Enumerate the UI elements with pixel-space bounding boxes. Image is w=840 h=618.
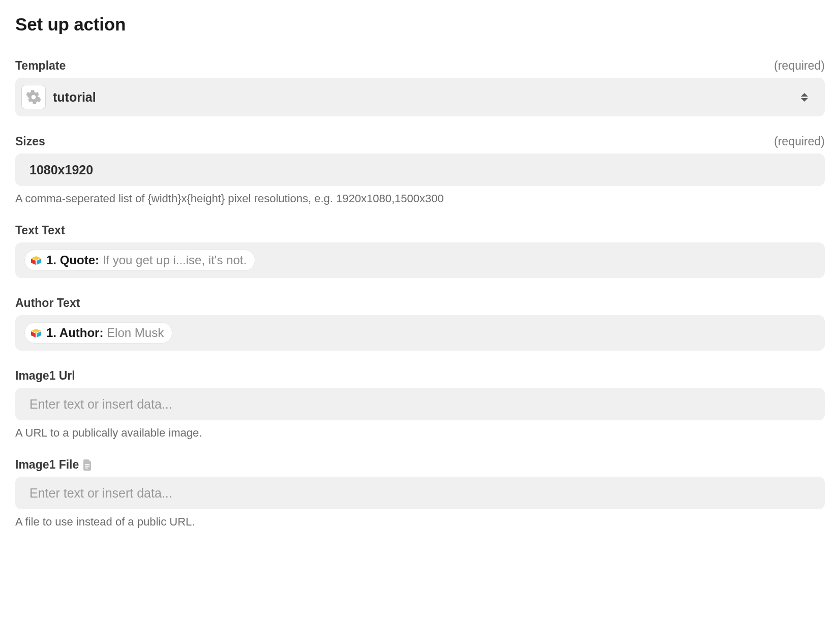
- pill-value: If you get up i...ise, it's not.: [103, 253, 247, 267]
- image1-url-label: Image1 Url: [15, 369, 75, 383]
- field-header: Author Text: [15, 296, 825, 310]
- image1-url-input[interactable]: Enter text or insert data...: [15, 388, 825, 420]
- field-image1-file: Image1 File Enter text or insert data...…: [15, 458, 825, 529]
- template-select[interactable]: tutorial: [15, 78, 825, 116]
- field-header: Text Text: [15, 224, 825, 237]
- airtable-icon: [30, 327, 42, 339]
- author-text-pill[interactable]: 1. Author: Elon Musk: [24, 322, 172, 344]
- author-text-label: Author Text: [15, 296, 80, 310]
- template-label: Template: [15, 59, 66, 73]
- text-text-input[interactable]: 1. Quote: If you get up i...ise, it's no…: [15, 242, 825, 278]
- airtable-icon: [30, 254, 42, 266]
- image1-file-input[interactable]: Enter text or insert data...: [15, 477, 825, 509]
- field-image1-url: Image1 Url Enter text or insert data... …: [15, 369, 825, 440]
- svg-rect-7: [85, 466, 89, 467]
- pill-label: 1. Quote:: [46, 253, 99, 267]
- text-text-label: Text Text: [15, 224, 65, 237]
- pill-value: Elon Musk: [107, 326, 164, 339]
- image1-file-label: Image1 File: [15, 458, 92, 472]
- image1-url-placeholder: Enter text or insert data...: [24, 397, 172, 412]
- field-sizes: Sizes (required) 1080x1920 A comma-seper…: [15, 135, 825, 205]
- required-tag: (required): [774, 59, 825, 73]
- svg-rect-8: [85, 468, 88, 469]
- gear-icon: [26, 89, 41, 105]
- field-text-text: Text Text 1. Quote: If you get up i...is…: [15, 224, 825, 278]
- template-app-icon: [21, 85, 46, 109]
- sizes-help: A comma-seperated list of {width}x{heigh…: [15, 192, 825, 205]
- image1-file-placeholder: Enter text or insert data...: [24, 486, 172, 501]
- image1-file-label-text: Image1 File: [15, 458, 79, 472]
- field-author-text: Author Text 1. Author: Elon Musk: [15, 296, 825, 351]
- image1-file-help: A file to use instead of a public URL.: [15, 515, 825, 529]
- image1-url-help: A URL to a publically available image.: [15, 426, 825, 440]
- pill-label: 1. Author:: [46, 326, 103, 339]
- required-tag: (required): [774, 135, 825, 148]
- sizes-label: Sizes: [15, 135, 45, 148]
- text-text-pill[interactable]: 1. Quote: If you get up i...ise, it's no…: [24, 250, 255, 271]
- field-header: Image1 Url: [15, 369, 825, 383]
- field-header: Image1 File: [15, 458, 825, 472]
- page-title: Set up action: [15, 14, 825, 35]
- file-icon: [83, 459, 92, 471]
- sizes-value: 1080x1920: [24, 163, 93, 177]
- template-value: tutorial: [53, 90, 798, 105]
- select-caret-icon: [798, 90, 811, 104]
- field-header: Sizes (required): [15, 135, 825, 148]
- field-header: Template (required): [15, 59, 825, 73]
- field-template: Template (required) tutorial: [15, 59, 825, 116]
- sizes-input[interactable]: 1080x1920: [15, 153, 825, 186]
- svg-rect-6: [85, 464, 89, 465]
- author-text-input[interactable]: 1. Author: Elon Musk: [15, 315, 825, 351]
